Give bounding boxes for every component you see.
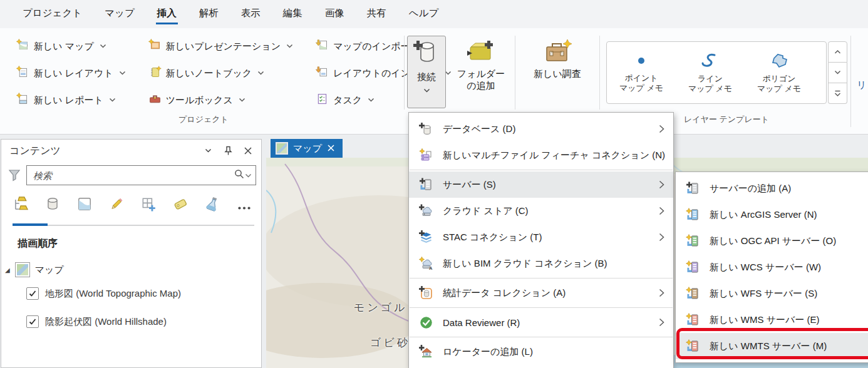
search-icon[interactable] bbox=[234, 168, 245, 182]
new-map-button[interactable]: 新しい マップ bbox=[13, 37, 130, 56]
layer-checkbox[interactable] bbox=[26, 287, 39, 300]
tab-edit[interactable]: 編集 bbox=[272, 1, 314, 28]
import-map-icon bbox=[316, 39, 329, 54]
point-note-icon bbox=[632, 53, 651, 71]
menu-separator bbox=[410, 337, 673, 337]
map-view-tab[interactable]: マップ bbox=[271, 139, 343, 158]
tab-imagery[interactable]: 画像 bbox=[314, 1, 356, 28]
close-panel-icon[interactable] bbox=[241, 144, 255, 158]
chevron-down-icon bbox=[423, 84, 431, 95]
pin-icon[interactable] bbox=[221, 144, 235, 158]
add-folder-button[interactable]: フォルダー の追加 bbox=[451, 36, 511, 111]
submenu-item-new-wms-server[interactable]: 新しい WMS サーバー (E) bbox=[676, 307, 868, 333]
group-separator bbox=[515, 36, 515, 110]
menu-item-database[interactable]: データベース (D) bbox=[409, 116, 673, 142]
submenu-item-new-wfs-server[interactable]: 新しい WFS サーバー (S) bbox=[676, 280, 868, 307]
chevron-down-icon bbox=[109, 98, 116, 103]
menu-item-bim-cloud-connection[interactable]: A 新しい BIM クラウド コネクション (B) bbox=[409, 250, 673, 277]
submenu-arrow-icon bbox=[659, 207, 667, 215]
chevron-down-icon bbox=[119, 71, 126, 76]
submenu-item-new-wcs-server[interactable]: 新しい WCS サーバー (W) bbox=[676, 254, 868, 280]
point-map-note-template[interactable]: ポイントマップ メモ bbox=[607, 42, 676, 103]
tab-view[interactable]: 表示 bbox=[230, 1, 272, 28]
menu-separator bbox=[410, 170, 673, 170]
search-input[interactable] bbox=[33, 170, 234, 181]
submenu-item-new-wmts-server[interactable]: 新しい WMTS サーバー (M) bbox=[676, 333, 868, 359]
more-options-icon[interactable] bbox=[235, 192, 254, 216]
stats-collection-icon bbox=[418, 285, 433, 300]
tab-insert[interactable]: 挿入 bbox=[146, 1, 188, 28]
list-by-labeling-icon[interactable] bbox=[171, 192, 190, 216]
import-layout-icon bbox=[316, 66, 329, 81]
tab-share[interactable]: 共有 bbox=[356, 1, 398, 28]
server-plus-icon bbox=[418, 177, 433, 192]
group-separator bbox=[404, 36, 405, 110]
menu-item-multifile-feature-connection[interactable]: 新しいマルチファイル フィーチャ コネクション (N) bbox=[409, 142, 673, 168]
submenu-arrow-icon bbox=[659, 318, 667, 327]
new-notebook-icon bbox=[148, 66, 162, 81]
menu-item-server[interactable]: サーバー (S) bbox=[409, 171, 673, 198]
panel-menu-chevron-icon[interactable] bbox=[201, 144, 215, 158]
gallery-scroll-up-button[interactable] bbox=[828, 41, 847, 63]
server-icon bbox=[685, 260, 700, 275]
new-map-icon bbox=[16, 39, 29, 54]
project-group-buttons: 新しい マップ 新しい レイアウト 新しい レポート 新しいプレゼンテーション … bbox=[13, 37, 455, 110]
server-icon bbox=[685, 339, 700, 354]
layer-item[interactable]: 地形図 (World Topographic Map) bbox=[26, 287, 181, 300]
stac-icon bbox=[418, 230, 433, 245]
ribbon-tab-bar: プロジェクトマップ挿入解析表示編集画像共有ヘルプ bbox=[0, 0, 868, 28]
submenu-item-new-ogc-api-server[interactable]: 新しい OGC API サーバー (O) bbox=[676, 228, 868, 254]
list-by-drawing-order-icon[interactable] bbox=[11, 192, 30, 216]
list-by-data-source-icon[interactable] bbox=[43, 192, 62, 216]
new-survey-button[interactable]: 新しい調査 bbox=[521, 36, 594, 111]
tree-collapse-icon[interactable]: ◢ bbox=[5, 267, 10, 273]
layer-checkbox[interactable] bbox=[26, 315, 39, 328]
new-report-button[interactable]: 新しい レポート bbox=[13, 91, 130, 110]
new-presentation-icon bbox=[148, 39, 162, 54]
menu-item-data-reviewer[interactable]: Data Reviewer (R) bbox=[409, 309, 673, 335]
filter-funnel-icon[interactable] bbox=[6, 168, 23, 182]
connections-database-icon bbox=[413, 39, 440, 69]
polygon-map-note-template[interactable]: ポリゴンマップ メモ bbox=[745, 42, 814, 103]
close-tab-icon[interactable] bbox=[327, 143, 335, 154]
tab-help[interactable]: ヘルプ bbox=[398, 1, 450, 28]
survey-briefcase-icon bbox=[541, 38, 574, 66]
drawing-order-heading: 描画順序 bbox=[18, 237, 58, 250]
panel-title: コンテンツ bbox=[9, 145, 61, 158]
gallery-expand-button[interactable] bbox=[828, 83, 847, 104]
cloud-store-icon bbox=[418, 203, 433, 218]
toolbox-icon bbox=[148, 93, 162, 108]
tab-map[interactable]: マップ bbox=[93, 1, 146, 28]
line-map-note-template[interactable]: ラインマップ メモ bbox=[676, 42, 745, 103]
submenu-arrow-icon bbox=[659, 289, 667, 297]
menu-item-stac-connection[interactable]: STAC コネクション (T) bbox=[409, 224, 673, 250]
search-options-chevron-icon[interactable] bbox=[245, 170, 252, 181]
list-by-editing-icon[interactable] bbox=[107, 192, 126, 216]
menu-item-add-locator[interactable]: ロケーターの追加 (L) bbox=[409, 339, 673, 365]
submenu-item-new-arcgis-server[interactable]: 新しい ArcGIS Server (N) bbox=[676, 202, 868, 228]
contents-panel-header: コンテンツ bbox=[1, 140, 261, 162]
tab-analysis[interactable]: 解析 bbox=[188, 1, 230, 28]
server-icon bbox=[685, 181, 700, 196]
tree-item-map[interactable]: ◢ マップ bbox=[5, 262, 64, 277]
add-folder-icon bbox=[465, 38, 497, 66]
submenu-arrow-icon bbox=[659, 125, 667, 133]
list-by-selection-icon[interactable] bbox=[75, 192, 94, 216]
new-layout-icon bbox=[16, 66, 29, 81]
toolbox-button[interactable]: ツールボックス bbox=[145, 91, 297, 110]
submenu-item-add-server[interactable]: サーバーの追加 (A) bbox=[676, 175, 868, 202]
list-by-perspective-icon[interactable] bbox=[203, 192, 222, 216]
submenu-arrow-icon bbox=[659, 180, 667, 189]
database-plus-icon bbox=[418, 121, 433, 136]
menu-item-statistical-data-collection[interactable]: 統計データ コレクション (A) bbox=[409, 280, 673, 306]
new-presentation-button[interactable]: 新しいプレゼンテーション bbox=[145, 37, 297, 56]
menu-item-cloud-store[interactable]: クラウド ストア (C) bbox=[409, 198, 673, 224]
polygon-note-icon bbox=[769, 52, 789, 72]
list-by-snapping-icon[interactable] bbox=[139, 192, 158, 216]
tab-project[interactable]: プロジェクト bbox=[11, 1, 93, 28]
layer-item[interactable]: 陰影起伏図 (World Hillshade) bbox=[26, 315, 167, 328]
gallery-scroll-down-button[interactable] bbox=[828, 63, 847, 83]
connect-button[interactable]: 接続 bbox=[407, 36, 446, 108]
new-notebook-button[interactable]: 新しいノートブック bbox=[145, 64, 297, 83]
new-layout-button[interactable]: 新しい レイアウト bbox=[13, 64, 130, 83]
